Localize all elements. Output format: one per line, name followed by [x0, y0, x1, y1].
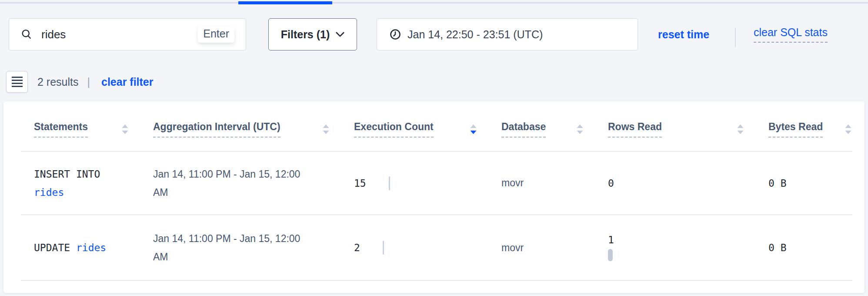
clear-filter-link[interactable]: clear filter	[101, 76, 154, 88]
toolbar-divider	[735, 28, 736, 47]
column-header-rows-read[interactable]: Rows Read	[595, 101, 755, 151]
column-selector-button[interactable]	[6, 71, 28, 93]
aggregation-interval-cell: Jan 14, 11:00 PM - Jan 15, 12:00 AM	[140, 229, 341, 266]
statement-cell: INSERT INTO rides	[21, 165, 140, 202]
results-divider: |	[87, 76, 90, 88]
aggregation-interval-cell: Jan 14, 11:00 PM - Jan 15, 12:00 AM	[140, 165, 341, 202]
column-header-database[interactable]: Database	[488, 101, 595, 151]
enter-key-hint: Enter	[198, 27, 234, 43]
interval-line: Jan 14, 11:00 PM - Jan 15, 12:00	[153, 229, 341, 248]
search-input[interactable]	[40, 27, 198, 42]
active-tab-underline	[238, 1, 332, 4]
sort-arrows-icon	[470, 124, 477, 135]
sort-arrows-icon	[322, 124, 330, 135]
chevron-down-icon	[336, 32, 344, 37]
execution-count-cell: 2	[341, 241, 488, 255]
search-box[interactable]: Enter	[9, 18, 246, 50]
statements-table-card: Statements Aggregation Interval (UTC) Ex…	[3, 101, 865, 293]
menu-lines-icon	[12, 77, 23, 87]
column-header-label: Database	[501, 121, 546, 138]
clear-sql-stats-link[interactable]: clear SQL stats	[754, 18, 828, 50]
bytes-read-cell: 0 B	[755, 242, 863, 253]
execution-count-bar	[383, 241, 384, 255]
results-bar: 2 results | clear filter	[6, 71, 154, 93]
interval-line: AM	[153, 248, 341, 266]
statement-keyword: UPDATE	[34, 242, 70, 253]
clear-sql-stats-label: clear SQL stats	[754, 26, 828, 43]
table-row: UPDATE rides Jan 14, 11:00 PM - Jan 15, …	[21, 215, 865, 280]
interval-line: Jan 14, 11:00 PM - Jan 15, 12:00	[153, 165, 341, 183]
statement-table-link[interactable]: rides	[34, 183, 140, 202]
sql-activity-statements-page: Enter Filters (1) Jan 14, 22:50 - 23:51 …	[0, 0, 868, 296]
rows-read-value: 1	[608, 234, 755, 246]
sort-arrows-icon	[121, 124, 129, 135]
filters-button-label: Filters (1)	[281, 28, 330, 41]
sort-arrows-icon	[737, 124, 744, 135]
bytes-read-cell: 0 B	[755, 178, 863, 189]
sort-arrows-icon	[845, 124, 852, 135]
execution-count-value: 2	[354, 242, 360, 253]
column-header-statements[interactable]: Statements	[21, 101, 140, 151]
tab-bar-rule	[0, 2, 868, 3]
clock-icon	[389, 28, 401, 40]
column-header-label: Statements	[34, 121, 88, 138]
interval-line: AM	[153, 183, 341, 202]
rows-read-value: 0	[608, 178, 614, 189]
table-row: INSERT INTO rides Jan 14, 11:00 PM - Jan…	[21, 151, 865, 215]
time-range-label: Jan 14, 22:50 - 23:51 (UTC)	[407, 28, 543, 41]
rows-read-bar	[608, 249, 613, 261]
statement-keyword: INSERT INTO	[34, 165, 140, 183]
column-header-aggregation-interval[interactable]: Aggregation Interval (UTC)	[140, 101, 341, 151]
bottom-separator	[21, 280, 852, 281]
sort-arrows-icon	[576, 124, 584, 135]
column-header-label: Execution Count	[354, 121, 434, 138]
execution-count-cell: 15	[341, 176, 488, 190]
database-cell: movr	[488, 177, 595, 189]
statement-table-link[interactable]: rides	[76, 242, 106, 253]
search-icon	[20, 28, 33, 40]
column-header-bytes-read[interactable]: Bytes Read	[755, 101, 863, 151]
reset-time-link[interactable]: reset time	[658, 18, 709, 50]
results-count: 2 results	[37, 76, 78, 88]
rows-read-cell: 1	[595, 234, 755, 261]
table-header-row: Statements Aggregation Interval (UTC) Ex…	[21, 101, 865, 151]
statement-cell: UPDATE rides	[21, 239, 140, 257]
filters-button[interactable]: Filters (1)	[268, 18, 357, 50]
execution-count-bar	[389, 176, 390, 190]
column-header-label: Aggregation Interval (UTC)	[153, 121, 280, 138]
column-header-execution-count[interactable]: Execution Count	[341, 101, 488, 151]
column-header-label: Rows Read	[608, 121, 662, 138]
database-cell: movr	[488, 242, 595, 254]
column-header-label: Bytes Read	[768, 121, 823, 138]
execution-count-value: 15	[354, 178, 366, 189]
time-range-picker[interactable]: Jan 14, 22:50 - 23:51 (UTC)	[377, 18, 638, 50]
rows-read-cell: 0	[595, 178, 755, 189]
